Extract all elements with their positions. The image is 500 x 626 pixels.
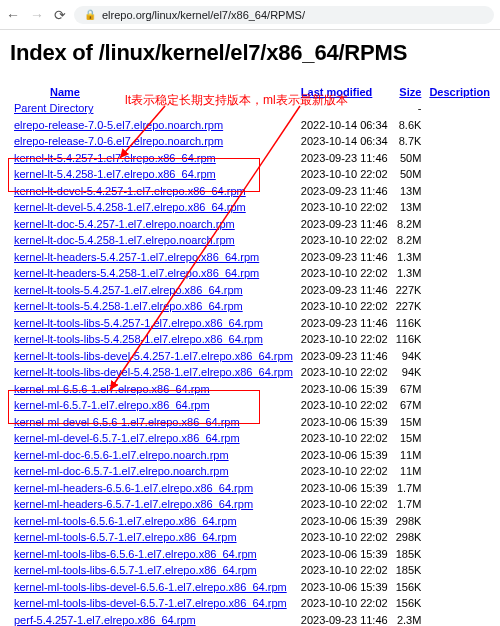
file-link[interactable]: kernel-ml-tools-libs-devel-6.5.6-1.el7.e…: [14, 581, 287, 593]
cell-size: 116K: [392, 315, 426, 332]
file-link[interactable]: kernel-lt-doc-5.4.257-1.el7.elrepo.noarc…: [14, 218, 235, 230]
cell-size: 1.7M: [392, 480, 426, 497]
cell-size: 298K: [392, 529, 426, 546]
file-link[interactable]: kernel-lt-5.4.258-1.el7.elrepo.x86_64.rp…: [14, 168, 216, 180]
table-row: kernel-lt-devel-5.4.258-1.el7.elrepo.x86…: [10, 199, 494, 216]
cell-size: 94K: [392, 364, 426, 381]
cell-size: 11M: [392, 463, 426, 480]
file-link[interactable]: kernel-lt-devel-5.4.258-1.el7.elrepo.x86…: [14, 201, 246, 213]
file-link[interactable]: kernel-ml-tools-libs-6.5.6-1.el7.elrepo.…: [14, 548, 257, 560]
file-link[interactable]: elrepo-release-7.0-5.el7.elrepo.noarch.r…: [14, 119, 223, 131]
file-link[interactable]: Parent Directory: [14, 102, 93, 114]
file-link[interactable]: kernel-ml-tools-6.5.6-1.el7.elrepo.x86_6…: [14, 515, 237, 527]
file-link[interactable]: kernel-ml-devel-6.5.6-1.el7.elrepo.x86_6…: [14, 416, 240, 428]
file-link[interactable]: kernel-ml-6.5.7-1.el7.elrepo.x86_64.rpm: [14, 399, 210, 411]
file-link[interactable]: kernel-lt-headers-5.4.257-1.el7.elrepo.x…: [14, 251, 259, 263]
cell-modified: 2023-10-10 22:02: [297, 397, 392, 414]
cell-description: [425, 100, 494, 117]
file-link[interactable]: kernel-lt-tools-libs-5.4.258-1.el7.elrep…: [14, 333, 263, 345]
file-link[interactable]: kernel-ml-tools-libs-6.5.7-1.el7.elrepo.…: [14, 564, 257, 576]
cell-size: -: [392, 100, 426, 117]
cell-size: 116K: [392, 331, 426, 348]
cell-description: [425, 529, 494, 546]
cell-size: 13M: [392, 199, 426, 216]
cell-description: [425, 496, 494, 513]
file-link[interactable]: kernel-ml-6.5.6-1.el7.elrepo.x86_64.rpm: [14, 383, 210, 395]
cell-size: 185K: [392, 562, 426, 579]
url-bar[interactable]: 🔒 elrepo.org/linux/kernel/el7/x86_64/RPM…: [74, 6, 494, 24]
cell-size: 94K: [392, 348, 426, 365]
col-last-modified[interactable]: Last modified: [297, 84, 392, 100]
cell-modified: 2023-09-23 11:46: [297, 249, 392, 266]
cell-modified: 2023-10-10 22:02: [297, 463, 392, 480]
table-row: kernel-ml-doc-6.5.6-1.el7.elrepo.noarch.…: [10, 447, 494, 464]
file-link[interactable]: kernel-lt-tools-libs-devel-5.4.257-1.el7…: [14, 350, 293, 362]
back-icon[interactable]: ←: [6, 7, 20, 23]
browser-chrome: ← → ⟳ 🔒 elrepo.org/linux/kernel/el7/x86_…: [0, 0, 500, 30]
file-link[interactable]: kernel-ml-doc-6.5.6-1.el7.elrepo.noarch.…: [14, 449, 229, 461]
cell-modified: 2023-10-06 15:39: [297, 546, 392, 563]
file-link[interactable]: kernel-lt-doc-5.4.258-1.el7.elrepo.noarc…: [14, 234, 235, 246]
cell-description: [425, 315, 494, 332]
table-row: kernel-ml-tools-libs-devel-6.5.6-1.el7.e…: [10, 579, 494, 596]
cell-size: 67M: [392, 397, 426, 414]
cell-description: [425, 562, 494, 579]
cell-size: 227K: [392, 298, 426, 315]
file-link[interactable]: kernel-lt-tools-5.4.258-1.el7.elrepo.x86…: [14, 300, 243, 312]
table-row: perf-5.4.257-1.el7.elrepo.x86_64.rpm2023…: [10, 612, 494, 627]
cell-modified: 2023-10-06 15:39: [297, 381, 392, 398]
file-link[interactable]: kernel-lt-tools-libs-devel-5.4.258-1.el7…: [14, 366, 293, 378]
file-link[interactable]: kernel-ml-headers-6.5.7-1.el7.elrepo.x86…: [14, 498, 253, 510]
cell-description: [425, 612, 494, 627]
lock-icon: 🔒: [84, 9, 96, 20]
file-link[interactable]: kernel-ml-tools-6.5.7-1.el7.elrepo.x86_6…: [14, 531, 237, 543]
cell-modified: 2023-10-06 15:39: [297, 579, 392, 596]
file-link[interactable]: kernel-lt-5.4.257-1.el7.elrepo.x86_64.rp…: [14, 152, 216, 164]
table-row: elrepo-release-7.0-6.el7.elrepo.noarch.r…: [10, 133, 494, 150]
cell-modified: 2023-10-10 22:02: [297, 430, 392, 447]
cell-modified: 2023-10-06 15:39: [297, 447, 392, 464]
cell-description: [425, 397, 494, 414]
cell-size: 1.7M: [392, 496, 426, 513]
cell-modified: 2023-10-10 22:02: [297, 562, 392, 579]
file-link[interactable]: elrepo-release-7.0-6.el7.elrepo.noarch.r…: [14, 135, 223, 147]
col-name[interactable]: Name: [10, 84, 297, 100]
cell-description: [425, 414, 494, 431]
cell-description: [425, 364, 494, 381]
cell-description: [425, 117, 494, 134]
file-listing-table: Name Last modified Size Description Pare…: [10, 84, 494, 626]
table-row: kernel-lt-tools-libs-5.4.257-1.el7.elrep…: [10, 315, 494, 332]
table-row: kernel-lt-5.4.258-1.el7.elrepo.x86_64.rp…: [10, 166, 494, 183]
cell-size: 1.3M: [392, 265, 426, 282]
cell-description: [425, 183, 494, 200]
file-link[interactable]: kernel-ml-doc-6.5.7-1.el7.elrepo.noarch.…: [14, 465, 229, 477]
cell-modified: [297, 100, 392, 117]
cell-size: 15M: [392, 414, 426, 431]
forward-icon[interactable]: →: [30, 7, 44, 23]
file-link[interactable]: kernel-lt-tools-libs-5.4.257-1.el7.elrep…: [14, 317, 263, 329]
file-link[interactable]: kernel-lt-devel-5.4.257-1.el7.elrepo.x86…: [14, 185, 246, 197]
file-link[interactable]: kernel-ml-headers-6.5.6-1.el7.elrepo.x86…: [14, 482, 253, 494]
table-row: kernel-ml-tools-libs-devel-6.5.7-1.el7.e…: [10, 595, 494, 612]
cell-description: [425, 331, 494, 348]
cell-description: [425, 199, 494, 216]
col-description[interactable]: Description: [425, 84, 494, 100]
cell-size: 2.3M: [392, 612, 426, 627]
cell-size: 50M: [392, 150, 426, 167]
cell-description: [425, 381, 494, 398]
col-size[interactable]: Size: [392, 84, 426, 100]
refresh-icon[interactable]: ⟳: [54, 7, 66, 23]
file-link[interactable]: kernel-ml-tools-libs-devel-6.5.7-1.el7.e…: [14, 597, 287, 609]
table-row: kernel-lt-tools-5.4.257-1.el7.elrepo.x86…: [10, 282, 494, 299]
cell-size: 8.6K: [392, 117, 426, 134]
page-title: Index of /linux/kernel/el7/x86_64/RPMS: [10, 40, 490, 66]
table-row: Parent Directory-: [10, 100, 494, 117]
file-link[interactable]: kernel-lt-headers-5.4.258-1.el7.elrepo.x…: [14, 267, 259, 279]
table-row: kernel-ml-doc-6.5.7-1.el7.elrepo.noarch.…: [10, 463, 494, 480]
table-row: kernel-ml-devel-6.5.6-1.el7.elrepo.x86_6…: [10, 414, 494, 431]
cell-description: [425, 480, 494, 497]
cell-size: 8.7K: [392, 133, 426, 150]
file-link[interactable]: kernel-lt-tools-5.4.257-1.el7.elrepo.x86…: [14, 284, 243, 296]
file-link[interactable]: kernel-ml-devel-6.5.7-1.el7.elrepo.x86_6…: [14, 432, 240, 444]
file-link[interactable]: perf-5.4.257-1.el7.elrepo.x86_64.rpm: [14, 614, 196, 626]
